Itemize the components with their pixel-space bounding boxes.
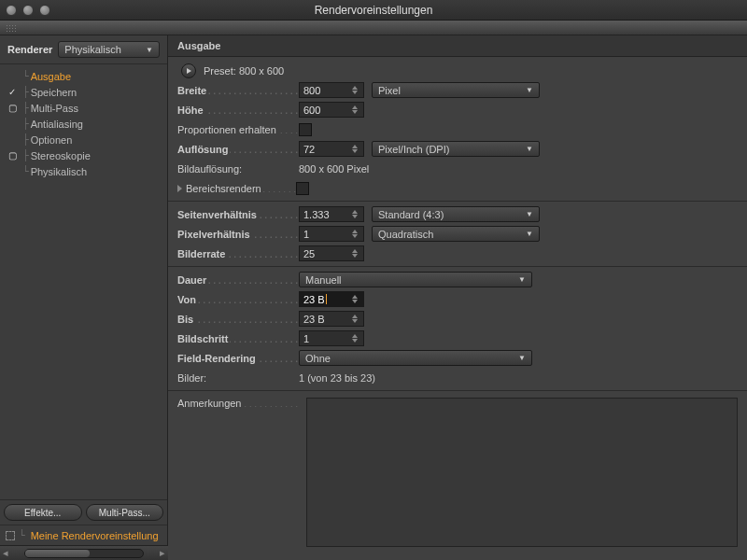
renderer-label: Renderer (7, 44, 52, 55)
range-dropdown[interactable]: Manuell▼ (299, 272, 532, 287)
renderer-value: Physikalisch (64, 44, 121, 55)
from-input[interactable]: 23 B (299, 291, 364, 307)
sidebar-item-multipass[interactable]: ▢ ├ Multi-Pass (0, 100, 167, 116)
my-render-settings[interactable]: └ Meine Rendervoreinstellung (0, 525, 167, 545)
notes-label: Anmerkungen (177, 398, 244, 409)
region-checkbox[interactable] (296, 182, 309, 195)
step-up-icon[interactable] (352, 210, 358, 214)
preset-play-button[interactable] (181, 63, 196, 78)
chevron-down-icon: ▼ (518, 354, 526, 362)
step-up-icon[interactable] (352, 249, 358, 253)
sidebar-scrollbar[interactable]: ◂ ▸ (0, 545, 168, 560)
field-label: Field-Rendering (177, 353, 258, 364)
scroll-left-icon[interactable]: ◂ (0, 547, 11, 559)
window-title: Rendervoreinstellungen (0, 4, 747, 17)
filmaspect-dropdown[interactable]: Standard (4:3)▼ (372, 206, 540, 222)
chevron-down-icon: ▼ (518, 275, 526, 284)
step-down-icon[interactable] (352, 149, 358, 153)
step-down-icon[interactable] (352, 339, 358, 343)
chevron-down-icon: ▼ (146, 46, 153, 54)
step-label: Bildschritt (177, 333, 230, 344)
sidebar-item-speichern[interactable]: ✓ ├ Speichern (0, 84, 167, 100)
check-icon (6, 165, 19, 178)
region-label: Bereichsrendern (186, 183, 263, 194)
sidebar-item-ausgabe[interactable]: └ Ausgabe (0, 68, 167, 84)
step-up-icon[interactable] (352, 295, 358, 299)
scroll-right-icon[interactable]: ▸ (157, 547, 168, 559)
disclosure-icon[interactable] (177, 185, 182, 192)
preset-icon (6, 531, 15, 540)
titlebar: Rendervoreinstellungen (0, 0, 747, 21)
height-input[interactable]: 600 (299, 102, 364, 118)
to-input[interactable]: 23 B (299, 311, 364, 327)
settings-tree: └ Ausgabe ✓ ├ Speichern ▢ ├ Multi-Pass ├… (0, 64, 167, 499)
field-dropdown[interactable]: Ohne▼ (299, 350, 532, 366)
step-up-icon[interactable] (352, 145, 358, 148)
lock-checkbox[interactable] (299, 123, 312, 136)
resolution-unit-dropdown[interactable]: Pixel/Inch (DPI)▼ (372, 141, 540, 157)
image-res-label: Bildauflösung: (177, 163, 244, 175)
toolbar-strip (0, 21, 747, 35)
sidebar-item-stereoskopie[interactable]: ▢ ├ Stereoskopie (0, 147, 167, 163)
step-down-icon[interactable] (352, 110, 358, 114)
pixelaspect-dropdown[interactable]: Quadratisch▼ (372, 226, 540, 242)
text-cursor (326, 294, 327, 304)
step-up-icon[interactable] (352, 334, 358, 338)
check-icon[interactable]: ▢ (6, 102, 19, 115)
effects-button[interactable]: Effekte... (4, 504, 82, 521)
chevron-down-icon: ▼ (526, 86, 533, 94)
filmaspect-input[interactable]: 1.333 (299, 206, 364, 222)
width-unit-dropdown[interactable]: Pixel▼ (372, 82, 540, 98)
check-icon (6, 70, 19, 83)
pixelaspect-input[interactable]: 1 (299, 226, 364, 242)
step-down-icon[interactable] (352, 254, 358, 258)
image-res-value: 747 x 560 Pixel (299, 163, 369, 175)
chevron-down-icon: ▼ (526, 230, 533, 238)
multipass-button[interactable]: Multi-Pass... (86, 504, 164, 521)
resolution-label: Auflösung (177, 144, 230, 155)
scroll-thumb[interactable] (25, 550, 90, 557)
step-down-icon[interactable] (352, 300, 358, 303)
sidebar: Renderer Physikalisch ▼ └ Ausgabe ✓ ├ Sp… (0, 35, 168, 560)
to-label: Bis (177, 314, 195, 325)
renderer-dropdown[interactable]: Physikalisch ▼ (58, 41, 160, 58)
sidebar-item-physikalisch[interactable]: └ Physikalisch (0, 163, 167, 179)
content-panel: Ausgabe Preset: 747 x 560 Breite 800 Pix… (168, 35, 747, 560)
step-up-icon[interactable] (352, 105, 358, 109)
width-label: Breite (177, 85, 208, 96)
check-icon (6, 133, 19, 147)
grip-icon[interactable] (6, 24, 17, 32)
play-icon (187, 68, 191, 74)
frames-value: 1 (von 23 bis 23) (299, 372, 375, 384)
fps-input[interactable]: 25 (299, 245, 364, 261)
step-down-icon[interactable] (352, 234, 358, 238)
minimize-icon[interactable] (22, 5, 34, 16)
width-input[interactable]: 800 (299, 82, 364, 98)
close-icon[interactable] (6, 5, 17, 16)
sidebar-item-antialiasing[interactable]: ├ Antialiasing (0, 116, 167, 132)
step-down-icon[interactable] (352, 215, 358, 218)
step-down-icon[interactable] (352, 319, 358, 323)
frames-label: Bilder: (177, 372, 208, 384)
check-icon[interactable]: ✓ (6, 86, 19, 99)
step-down-icon[interactable] (352, 91, 358, 94)
sidebar-item-optionen[interactable]: ├ Optionen (0, 132, 167, 147)
fps-label: Bilderrate (177, 248, 227, 259)
chevron-down-icon: ▼ (526, 210, 533, 218)
resolution-input[interactable]: 72 (299, 141, 364, 157)
zoom-icon[interactable] (39, 5, 50, 16)
step-up-icon[interactable] (352, 315, 358, 318)
notes-textarea[interactable] (306, 398, 738, 547)
step-input[interactable]: 1 (299, 330, 364, 346)
preset-label: Preset: 747 x 560 (204, 65, 284, 77)
step-up-icon[interactable] (352, 86, 358, 90)
check-icon (6, 118, 19, 131)
filmaspect-label: Seitenverhältnis (177, 209, 259, 220)
pixelaspect-label: Pixelverhältnis (177, 229, 252, 240)
lock-label: Proportionen erhalten (177, 124, 278, 135)
check-icon[interactable]: ▢ (6, 149, 19, 162)
range-label: Dauer (177, 274, 208, 286)
step-up-icon[interactable] (352, 230, 358, 233)
height-label: Höhe (177, 105, 205, 116)
from-label: Von (177, 294, 198, 305)
